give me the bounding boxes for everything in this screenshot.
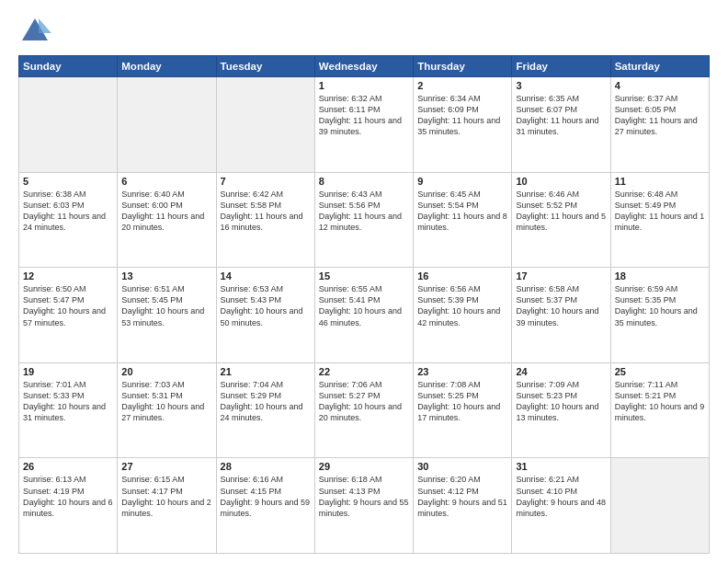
weekday-header-tuesday: Tuesday — [216, 56, 314, 77]
cell-content: Sunrise: 6:21 AM Sunset: 4:10 PM Dayligh… — [516, 474, 606, 519]
cell-content: Sunrise: 6:45 AM Sunset: 5:54 PM Dayligh… — [417, 189, 507, 234]
day-number: 12 — [23, 270, 113, 282]
calendar-cell: 21Sunrise: 7:04 AM Sunset: 5:29 PM Dayli… — [216, 362, 314, 458]
week-row-1: 5Sunrise: 6:38 AM Sunset: 6:03 PM Daylig… — [19, 172, 710, 268]
header — [18, 15, 710, 48]
day-number: 17 — [516, 270, 606, 282]
weekday-header-saturday: Saturday — [610, 56, 709, 77]
cell-content: Sunrise: 6:51 AM Sunset: 5:45 PM Dayligh… — [121, 283, 211, 328]
day-number: 15 — [319, 270, 409, 282]
weekday-header-row: SundayMondayTuesdayWednesdayThursdayFrid… — [19, 56, 710, 77]
calendar-cell: 3Sunrise: 6:35 AM Sunset: 6:07 PM Daylig… — [512, 77, 610, 173]
day-number: 20 — [121, 366, 211, 377]
day-number: 3 — [516, 80, 606, 91]
cell-content: Sunrise: 6:38 AM Sunset: 6:03 PM Dayligh… — [23, 189, 113, 234]
calendar-cell — [216, 77, 314, 173]
calendar-cell: 23Sunrise: 7:08 AM Sunset: 5:25 PM Dayli… — [414, 362, 512, 458]
cell-content: Sunrise: 6:50 AM Sunset: 5:47 PM Dayligh… — [23, 283, 113, 328]
day-number: 25 — [615, 366, 705, 377]
cell-content: Sunrise: 7:01 AM Sunset: 5:33 PM Dayligh… — [23, 379, 113, 424]
cell-content: Sunrise: 7:08 AM Sunset: 5:25 PM Dayligh… — [417, 379, 507, 424]
day-number: 30 — [417, 461, 507, 472]
cell-content: Sunrise: 6:46 AM Sunset: 5:52 PM Dayligh… — [516, 189, 606, 234]
calendar-cell: 20Sunrise: 7:03 AM Sunset: 5:31 PM Dayli… — [118, 362, 216, 458]
page: SundayMondayTuesdayWednesdayThursdayFrid… — [0, 0, 728, 563]
day-number: 16 — [417, 270, 507, 282]
day-number: 26 — [23, 461, 113, 472]
calendar-cell: 8Sunrise: 6:43 AM Sunset: 5:56 PM Daylig… — [314, 172, 413, 268]
day-number: 19 — [23, 366, 113, 377]
calendar-cell: 26Sunrise: 6:13 AM Sunset: 4:19 PM Dayli… — [19, 458, 118, 554]
weekday-header-friday: Friday — [512, 56, 610, 77]
cell-content: Sunrise: 6:37 AM Sunset: 6:05 PM Dayligh… — [615, 93, 705, 138]
cell-content: Sunrise: 6:15 AM Sunset: 4:17 PM Dayligh… — [121, 474, 211, 519]
cell-content: Sunrise: 7:11 AM Sunset: 5:21 PM Dayligh… — [615, 379, 705, 424]
weekday-header-wednesday: Wednesday — [314, 56, 413, 77]
weekday-header-thursday: Thursday — [414, 56, 512, 77]
cell-content: Sunrise: 6:55 AM Sunset: 5:41 PM Dayligh… — [319, 283, 409, 328]
cell-content: Sunrise: 7:04 AM Sunset: 5:29 PM Dayligh… — [221, 379, 311, 424]
day-number: 29 — [319, 461, 409, 472]
cell-content: Sunrise: 6:53 AM Sunset: 5:43 PM Dayligh… — [221, 283, 311, 328]
cell-content: Sunrise: 6:35 AM Sunset: 6:07 PM Dayligh… — [516, 93, 606, 138]
cell-content: Sunrise: 6:43 AM Sunset: 5:56 PM Dayligh… — [319, 189, 409, 234]
day-number: 9 — [417, 176, 507, 187]
cell-content: Sunrise: 7:03 AM Sunset: 5:31 PM Dayligh… — [121, 379, 211, 424]
cell-content: Sunrise: 6:34 AM Sunset: 6:09 PM Dayligh… — [417, 93, 507, 138]
day-number: 5 — [23, 176, 113, 187]
cell-content: Sunrise: 7:09 AM Sunset: 5:23 PM Dayligh… — [516, 379, 606, 424]
calendar-cell: 7Sunrise: 6:42 AM Sunset: 5:58 PM Daylig… — [216, 172, 314, 268]
calendar-cell: 30Sunrise: 6:20 AM Sunset: 4:12 PM Dayli… — [414, 458, 512, 554]
calendar-cell: 27Sunrise: 6:15 AM Sunset: 4:17 PM Dayli… — [118, 458, 216, 554]
cell-content: Sunrise: 6:56 AM Sunset: 5:39 PM Dayligh… — [417, 283, 507, 328]
day-number: 10 — [516, 176, 606, 187]
calendar-cell: 6Sunrise: 6:40 AM Sunset: 6:00 PM Daylig… — [118, 172, 216, 268]
week-row-2: 12Sunrise: 6:50 AM Sunset: 5:47 PM Dayli… — [19, 268, 710, 363]
calendar-cell: 4Sunrise: 6:37 AM Sunset: 6:05 PM Daylig… — [610, 77, 709, 173]
day-number: 7 — [221, 176, 311, 187]
calendar-cell: 24Sunrise: 7:09 AM Sunset: 5:23 PM Dayli… — [512, 362, 610, 458]
calendar-cell: 17Sunrise: 6:58 AM Sunset: 5:37 PM Dayli… — [512, 268, 610, 363]
day-number: 11 — [615, 176, 705, 187]
weekday-header-sunday: Sunday — [19, 56, 118, 77]
calendar-cell: 31Sunrise: 6:21 AM Sunset: 4:10 PM Dayli… — [512, 458, 610, 554]
cell-content: Sunrise: 6:58 AM Sunset: 5:37 PM Dayligh… — [516, 283, 606, 328]
day-number: 27 — [121, 461, 211, 472]
day-number: 2 — [417, 80, 507, 91]
day-number: 18 — [615, 270, 705, 282]
day-number: 4 — [615, 80, 705, 91]
logo — [18, 15, 53, 48]
day-number: 28 — [221, 461, 311, 472]
calendar-cell: 14Sunrise: 6:53 AM Sunset: 5:43 PM Dayli… — [216, 268, 314, 363]
calendar-cell: 5Sunrise: 6:38 AM Sunset: 6:03 PM Daylig… — [19, 172, 118, 268]
calendar-cell: 9Sunrise: 6:45 AM Sunset: 5:54 PM Daylig… — [414, 172, 512, 268]
day-number: 13 — [121, 270, 211, 282]
day-number: 1 — [319, 80, 409, 91]
cell-content: Sunrise: 6:59 AM Sunset: 5:35 PM Dayligh… — [615, 283, 705, 328]
day-number: 23 — [417, 366, 507, 377]
week-row-0: 1Sunrise: 6:32 AM Sunset: 6:11 PM Daylig… — [19, 77, 710, 173]
cell-content: Sunrise: 6:42 AM Sunset: 5:58 PM Dayligh… — [221, 189, 311, 234]
calendar-cell: 19Sunrise: 7:01 AM Sunset: 5:33 PM Dayli… — [19, 362, 118, 458]
calendar-cell: 2Sunrise: 6:34 AM Sunset: 6:09 PM Daylig… — [414, 77, 512, 173]
calendar-cell: 22Sunrise: 7:06 AM Sunset: 5:27 PM Dayli… — [314, 362, 413, 458]
day-number: 6 — [121, 176, 211, 187]
cell-content: Sunrise: 6:16 AM Sunset: 4:15 PM Dayligh… — [221, 474, 311, 519]
cell-content: Sunrise: 6:20 AM Sunset: 4:12 PM Dayligh… — [417, 474, 507, 519]
calendar-cell: 12Sunrise: 6:50 AM Sunset: 5:47 PM Dayli… — [19, 268, 118, 363]
cell-content: Sunrise: 6:32 AM Sunset: 6:11 PM Dayligh… — [319, 93, 409, 138]
calendar-cell: 25Sunrise: 7:11 AM Sunset: 5:21 PM Dayli… — [610, 362, 709, 458]
cell-content: Sunrise: 6:48 AM Sunset: 5:49 PM Dayligh… — [615, 189, 705, 234]
calendar-cell — [610, 458, 709, 554]
calendar-cell: 18Sunrise: 6:59 AM Sunset: 5:35 PM Dayli… — [610, 268, 709, 363]
cell-content: Sunrise: 6:13 AM Sunset: 4:19 PM Dayligh… — [23, 474, 113, 519]
week-row-4: 26Sunrise: 6:13 AM Sunset: 4:19 PM Dayli… — [19, 458, 710, 554]
calendar-cell: 1Sunrise: 6:32 AM Sunset: 6:11 PM Daylig… — [314, 77, 413, 173]
day-number: 8 — [319, 176, 409, 187]
calendar-cell: 28Sunrise: 6:16 AM Sunset: 4:15 PM Dayli… — [216, 458, 314, 554]
weekday-header-monday: Monday — [118, 56, 216, 77]
calendar-cell: 11Sunrise: 6:48 AM Sunset: 5:49 PM Dayli… — [610, 172, 709, 268]
cell-content: Sunrise: 6:18 AM Sunset: 4:13 PM Dayligh… — [319, 474, 409, 519]
day-number: 14 — [221, 270, 311, 282]
week-row-3: 19Sunrise: 7:01 AM Sunset: 5:33 PM Dayli… — [19, 362, 710, 458]
